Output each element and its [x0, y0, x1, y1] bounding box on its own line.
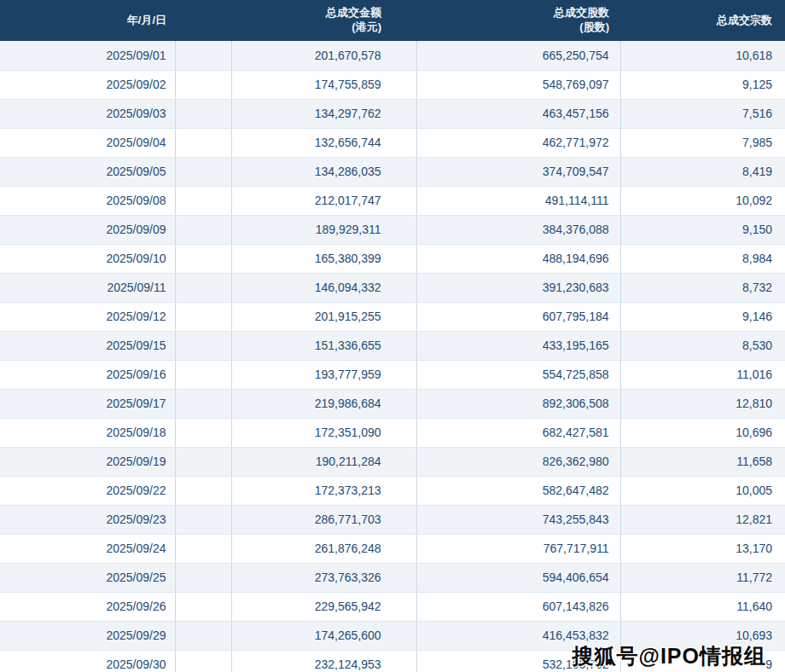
table-row: 2025/09/11146,094,332391,230,6838,732	[0, 273, 785, 302]
cell-deals: 9,146	[620, 302, 785, 331]
cell-amount: 189,929,311	[231, 215, 416, 244]
column-header-shares-unit: (股数)	[416, 20, 609, 35]
cell-deals: 9,150	[620, 215, 785, 244]
table-row: 2025/09/18172,351,090682,427,58110,696	[0, 418, 785, 447]
cell-deals: 10,693	[620, 621, 785, 650]
cell-shares: 554,725,858	[416, 360, 620, 389]
cell-shares: 416,453,832	[416, 621, 620, 650]
cell-date: 2025/09/30	[0, 650, 175, 672]
cell-amount: 261,876,248	[231, 534, 416, 563]
cell-shares: 462,771,972	[416, 128, 620, 157]
cell-date: 2025/09/23	[0, 505, 175, 534]
column-header-amount-unit: (港元)	[231, 20, 381, 35]
cell-deals: 13,170	[620, 534, 785, 563]
cell-deals: 7,516	[620, 99, 785, 128]
cell-shares: 532,105,762	[416, 650, 620, 672]
table-row: 2025/09/01201,670,578665,250,75410,618	[0, 41, 785, 70]
cell-deals: 10,092	[620, 186, 785, 215]
table-row: 2025/09/15151,336,655433,195,1658,530	[0, 331, 785, 360]
cell-spacer	[175, 99, 231, 128]
cell-amount: 201,670,578	[231, 41, 416, 70]
cell-spacer	[175, 360, 231, 389]
cell-spacer	[175, 389, 231, 418]
cell-amount: 190,211,284	[231, 447, 416, 476]
cell-date: 2025/09/11	[0, 273, 175, 302]
cell-date: 2025/09/01	[0, 41, 175, 70]
table-row: 2025/09/03134,297,762463,457,1567,516	[0, 99, 785, 128]
table-row: 2025/09/12201,915,255607,795,1849,146	[0, 302, 785, 331]
cell-date: 2025/09/05	[0, 157, 175, 186]
cell-spacer	[175, 447, 231, 476]
cell-deals: 10,696	[620, 418, 785, 447]
column-header-date: 年/月/日	[0, 0, 175, 41]
table-row: 2025/09/05134,286,035374,709,5478,419	[0, 157, 785, 186]
cell-shares: 607,795,184	[416, 302, 620, 331]
column-header-empty	[175, 0, 231, 41]
cell-date: 2025/09/15	[0, 331, 175, 360]
cell-deals: 12,810	[620, 389, 785, 418]
cell-date: 2025/09/18	[0, 418, 175, 447]
table-row: 2025/09/16193,777,959554,725,85811,016	[0, 360, 785, 389]
column-header-shares: 总成交股数 (股数)	[416, 0, 620, 41]
column-header-shares-label: 总成交股数	[416, 6, 609, 20]
cell-amount: 172,373,213	[231, 476, 416, 505]
cell-amount: 134,297,762	[231, 99, 416, 128]
table-row: 2025/09/09189,929,311384,376,0889,150	[0, 215, 785, 244]
cell-spacer	[175, 534, 231, 563]
column-header-date-label: 年/月/日	[127, 14, 166, 26]
cell-shares: 582,647,482	[416, 476, 620, 505]
cell-spacer	[175, 41, 231, 70]
cell-date: 2025/09/25	[0, 563, 175, 592]
cell-spacer	[175, 157, 231, 186]
cell-deals: 11,772	[620, 563, 785, 592]
cell-deals: 11,640	[620, 592, 785, 621]
table-row: 2025/09/25273,763,326594,406,65411,772	[0, 563, 785, 592]
cell-deals: 9	[620, 650, 785, 672]
cell-date: 2025/09/03	[0, 99, 175, 128]
cell-date: 2025/09/16	[0, 360, 175, 389]
cell-amount: 193,777,959	[231, 360, 416, 389]
table-row: 2025/09/02174,755,859548,769,0979,125	[0, 70, 785, 99]
cell-shares: 391,230,683	[416, 273, 620, 302]
cell-date: 2025/09/12	[0, 302, 175, 331]
cell-shares: 665,250,754	[416, 41, 620, 70]
cell-spacer	[175, 621, 231, 650]
cell-date: 2025/09/19	[0, 447, 175, 476]
table-row: 2025/09/23286,771,703743,255,84312,821	[0, 505, 785, 534]
cell-shares: 433,195,165	[416, 331, 620, 360]
table-row: 2025/09/22172,373,213582,647,48210,005	[0, 476, 785, 505]
cell-amount: 273,763,326	[231, 563, 416, 592]
column-header-deals-label: 总成交宗数	[717, 14, 772, 26]
cell-shares: 607,143,826	[416, 592, 620, 621]
cell-spacer	[175, 273, 231, 302]
cell-amount: 172,351,090	[231, 418, 416, 447]
cell-amount: 134,286,035	[231, 157, 416, 186]
table-row: 2025/09/08212,017,747491,114,11110,092	[0, 186, 785, 215]
cell-deals: 8,419	[620, 157, 785, 186]
cell-date: 2025/09/09	[0, 215, 175, 244]
table-row: 2025/09/29174,265,600416,453,83210,693	[0, 621, 785, 650]
cell-amount: 151,336,655	[231, 331, 416, 360]
cell-amount: 132,656,744	[231, 128, 416, 157]
cell-date: 2025/09/04	[0, 128, 175, 157]
cell-deals: 12,821	[620, 505, 785, 534]
table-row: 2025/09/04132,656,744462,771,9727,985	[0, 128, 785, 157]
cell-deals: 10,005	[620, 476, 785, 505]
cell-shares: 463,457,156	[416, 99, 620, 128]
cell-date: 2025/09/24	[0, 534, 175, 563]
cell-date: 2025/09/26	[0, 592, 175, 621]
cell-spacer	[175, 418, 231, 447]
cell-date: 2025/09/22	[0, 476, 175, 505]
cell-spacer	[175, 244, 231, 273]
header-row: 年/月/日 总成交金额 (港元) 总成交股数 (股数) 总成交宗数	[0, 0, 785, 41]
cell-amount: 146,094,332	[231, 273, 416, 302]
table-row: 2025/09/24261,876,248767,717,91113,170	[0, 534, 785, 563]
cell-amount: 229,565,942	[231, 592, 416, 621]
table-row: 2025/09/10165,380,399488,194,6968,984	[0, 244, 785, 273]
table-row: 2025/09/17219,986,684892,306,50812,810	[0, 389, 785, 418]
cell-spacer	[175, 302, 231, 331]
cell-amount: 232,124,953	[231, 650, 416, 672]
cell-spacer	[175, 215, 231, 244]
cell-spacer	[175, 128, 231, 157]
cell-amount: 165,380,399	[231, 244, 416, 273]
